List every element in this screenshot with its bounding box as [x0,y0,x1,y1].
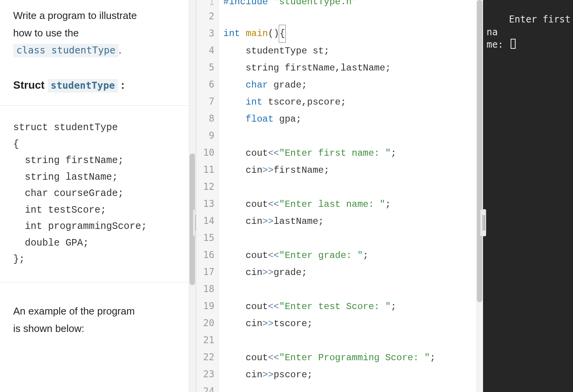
code-line[interactable]: string firstName,lastName; [223,60,483,77]
code-line[interactable]: int main(){ [223,25,483,43]
gutter-line-number: 22 [196,349,214,366]
code-line[interactable]: studentType st; [223,43,483,60]
code-line[interactable]: char grade; [223,77,483,94]
code-token: "Enter grade: " [279,250,363,261]
code-token: float [246,114,274,124]
code-token [240,28,245,39]
code-token: << [268,148,279,158]
editor-code-area[interactable]: #include "studentType.h" int main(){ stu… [219,0,483,392]
code-token: cout [223,352,268,363]
code-token: >> [262,216,274,227]
editor-scrollbar[interactable] [476,0,483,392]
code-line[interactable]: cin>>grade; [223,264,483,281]
gutter-line-number: 1 [196,0,214,8]
code-line[interactable]: cout<<"Enter first name: "; [223,145,483,162]
code-token: string firstName,lastName; [223,63,391,73]
after-line1: An example of the program [13,305,135,317]
code-line[interactable] [223,128,483,145]
code-line[interactable]: cout<<"Enter grade: "; [223,247,483,264]
code-token: ; [391,301,396,312]
code-token: pscore; [274,370,313,380]
editor-scrollbar-thumb[interactable] [477,0,482,302]
code-line[interactable]: int tscore,pscore; [223,94,483,111]
code-token: int [246,97,262,107]
code-line[interactable] [223,383,483,392]
gutter-line-number: 6 [196,76,214,93]
code-line[interactable]: cout<<"Enter last name: "; [223,196,483,213]
struct-label: Struct [13,79,45,91]
code-token: studentType st; [223,46,330,56]
code-line[interactable]: #include "studentType.h" [223,0,483,8]
code-token: main [246,28,268,39]
struct-heading: Struct studentType : [13,76,183,95]
code-token: ; [363,250,368,261]
code-token: >> [262,165,274,175]
code-line[interactable] [223,8,483,25]
code-token: tscore; [274,318,313,329]
code-token [223,80,246,90]
code-token: "Enter Programming Score: " [279,352,430,363]
code-line[interactable] [223,179,483,196]
code-line[interactable]: cin>>pscore; [223,366,483,383]
code-line[interactable]: cout<<"Enter test Score: "; [223,298,483,315]
code-token: grade; [274,267,307,278]
code-token [223,97,246,107]
gutter-line-number: 18 [196,280,214,297]
code-token: #include [223,0,268,7]
instructions-scrollbar[interactable] [189,0,196,392]
code-token: cin [223,216,262,227]
gutter-line-number: 9 [196,127,214,144]
left-splitter-handle[interactable] [193,209,196,236]
gutter-line-number: 14 [196,212,214,229]
gutter-line-number: 23 [196,366,214,383]
code-token: cin [223,318,262,329]
right-splitter-handle[interactable] [480,209,486,236]
gutter-line-number: 15 [196,229,214,246]
gutter-line-number: 2 [196,8,214,25]
intro-line1: Write a program to illustrate [13,10,137,21]
code-line[interactable]: cin>>tscore; [223,315,483,332]
code-token: { [279,25,286,43]
gutter-line-number: 5 [196,59,214,76]
gutter-line-number: 24 [196,383,214,392]
code-line[interactable] [223,281,483,298]
code-line[interactable]: cin>>lastName; [223,213,483,230]
code-token: "studentType.h" [274,0,357,7]
code-line[interactable]: cin>>firstName; [223,162,483,179]
code-token: ; [391,148,396,158]
code-token: "Enter first name: " [279,148,391,158]
code-token: cin [223,165,262,175]
gutter-line-number: 16 [196,246,214,263]
code-token: << [268,352,279,363]
code-token: cout [223,148,268,158]
gutter-line-number: 13 [196,195,214,212]
gutter-line-number: 19 [196,297,214,315]
gutter-line-number: 10 [196,144,214,161]
code-token [223,114,246,124]
code-line[interactable] [223,230,483,247]
gutter-line-number: 21 [196,332,214,349]
code-line[interactable]: float gpa; [223,111,483,128]
terminal-cursor [511,39,516,49]
code-token: grade; [268,80,307,90]
code-line[interactable]: cout<<"Enter Programming Score: "; [223,349,483,366]
intro-line2: how to use the [13,27,79,39]
terminal-panel[interactable]: Enter first na me: [483,0,573,392]
code-token: << [268,301,279,312]
struct-colon: : [121,79,124,91]
code-token: >> [262,267,274,278]
gutter-line-number: 12 [196,178,214,195]
code-token: tscore,pscore; [262,97,346,107]
code-token: ; [430,352,435,363]
code-token: gpa; [274,114,302,124]
code-token: int [223,28,240,39]
code-token: cout [223,301,268,312]
struct-name: studentType [48,79,118,93]
code-line[interactable] [223,332,483,349]
code-token: << [268,199,279,210]
code-token: () [268,28,279,39]
struct-code-block: struct studentType { string firstName; s… [0,105,196,282]
terminal-output: Enter first na me: [487,14,573,50]
code-token: cin [223,370,262,380]
code-token: cout [223,250,268,261]
